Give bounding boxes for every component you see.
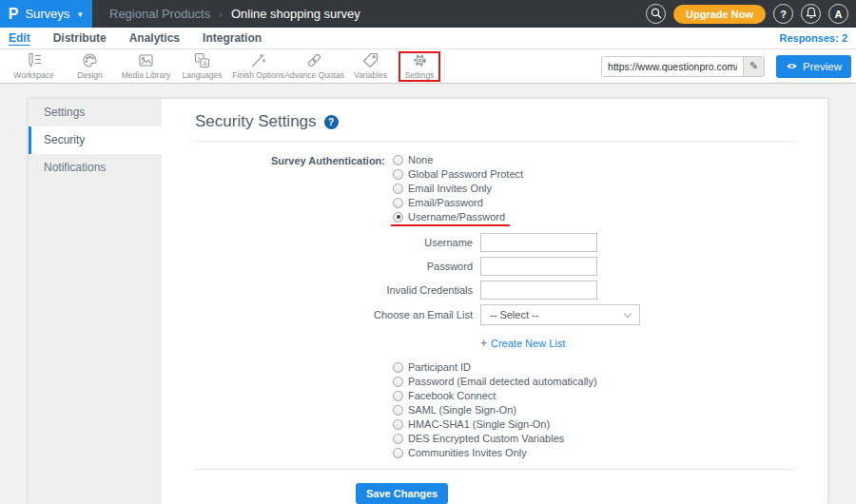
credentials-fields: Username Password Invalid Credentials Ch… [195,233,794,351]
survey-url-group: ✎ [601,56,765,77]
radio-option-email-invites[interactable]: Email Invites Only [393,183,492,194]
toolbar-item-settings[interactable]: Settings [399,51,440,82]
breadcrumb-survey-title: Online shopping survey [231,7,360,21]
tab-analytics[interactable]: Analytics [129,31,180,45]
search-icon [651,8,662,21]
toolbar-item-label: Variables [354,70,387,80]
survey-authentication-label: Survey Authentication: [195,154,385,223]
edit-url-button[interactable]: ✎ [743,56,764,77]
toolbar-item-media-library[interactable]: Media Library [118,50,174,82]
radio-option-none[interactable]: None [393,154,433,165]
radio-selected-icon [393,212,403,223]
radio-icon [393,391,403,401]
responses-count-link[interactable]: Responses: 2 [779,32,847,44]
toolbar-item-design[interactable]: Design [62,50,118,82]
radio-icon [393,419,403,430]
topbar: P Surveys ▼ Regional Products › Online s… [0,0,856,28]
upgrade-now-button[interactable]: Upgrade Now [673,5,766,24]
email-list-select[interactable]: -- Select -- [480,304,640,325]
toolbar-item-label: Advance Quotas [284,70,344,80]
eye-icon [786,61,798,72]
survey-nav: Edit Distribute Analytics Integration Re… [0,28,856,49]
product-menu[interactable]: P Surveys ▼ [0,0,92,28]
sidebar-item-settings[interactable]: Settings [29,99,162,126]
avatar[interactable]: A [828,4,848,24]
invalid-credentials-label: Invalid Credentials [195,284,473,296]
finish-options-icon [250,52,266,68]
help-button[interactable]: ? [773,4,793,24]
radio-icon [393,434,403,444]
toolbar-item-label: Languages [182,70,222,80]
radio-icon [393,198,403,208]
survey-url-input[interactable] [602,57,743,76]
radio-option-facebook-connect[interactable]: Facebook Connect [393,390,496,401]
radio-icon [393,184,403,194]
radio-option-saml[interactable]: SAML (Single Sign-On) [393,404,516,416]
settings-gear-icon [412,52,428,68]
radio-option-communities-invites[interactable]: Communities Invites Only [393,447,527,458]
toolbar-item-workspace[interactable]: Workspace [6,50,62,82]
tab-distribute[interactable]: Distribute [53,31,107,45]
plus-icon: + [480,337,487,350]
toolbar-item-languages[interactable]: xA Languages [174,50,230,82]
radio-option-password-email-detected[interactable]: Password (Email detected automatically) [393,376,597,387]
tab-edit[interactable]: Edit [9,31,30,45]
preview-button[interactable]: Preview [776,55,851,78]
radio-option-email-password[interactable]: Email/Password [393,197,483,208]
security-settings-panel: Security Settings ? Survey Authenticatio… [162,99,827,504]
radio-option-username-password[interactable]: Username/Password [393,211,505,223]
breadcrumb-folder-link[interactable]: Regional Products [109,7,210,21]
sidebar-item-notifications[interactable]: Notifications [29,154,162,182]
help-circle-icon[interactable]: ? [324,115,339,129]
radio-option-participant-id[interactable]: Participant ID [393,361,471,373]
advance-quotas-icon [306,52,322,68]
preview-label: Preview [803,61,842,72]
create-new-list-label: Create New List [491,338,565,349]
chevron-down-icon: ▼ [76,10,84,19]
toolbar-item-variables[interactable]: Variables [342,50,399,82]
username-label: Username [195,237,473,248]
settings-card: Settings Security Notifications Security… [29,99,827,504]
extra-auth-options-group: Participant ID Password (Email detected … [393,361,794,458]
radio-icon [393,405,403,416]
variables-icon [362,52,379,68]
sidebar-item-security[interactable]: Security [29,126,162,154]
breadcrumb-separator: › [219,9,223,20]
password-label: Password [195,261,473,272]
radio-option-hmac-sha1[interactable]: HMAC-SHA1 (Single Sign-On) [393,418,550,430]
toolbar-divider [444,53,445,80]
invalid-credentials-field[interactable] [480,281,597,300]
media-library-icon [138,52,154,68]
password-field[interactable] [480,257,597,276]
breadcrumb: Regional Products › Online shopping surv… [109,7,360,21]
auth-options-group: None Global Password Protect Email Invit… [393,154,523,223]
svg-text:A: A [203,60,207,67]
create-new-list-link[interactable]: + Create New List [480,337,565,350]
workspace-icon [26,52,42,68]
radio-option-global-password[interactable]: Global Password Protect [393,168,523,180]
bell-icon [806,7,817,21]
email-list-label: Choose an Email List [195,309,473,320]
radio-icon [393,155,403,165]
edit-toolbar: Workspace Design Media Library xA Langua… [0,49,856,84]
radio-option-des-encrypted[interactable]: DES Encrypted Custom Variables [393,433,564,444]
page-background: Settings Security Notifications Security… [0,84,856,504]
chevron-down-icon [624,309,632,317]
pencil-icon: ✎ [749,60,758,72]
toolbar-item-advance-quotas[interactable]: Advance Quotas [286,50,342,82]
toolbar-item-label: Finish Options [232,70,283,80]
toolbar-item-label: Workspace [13,70,53,80]
topbar-actions: Upgrade Now ? A [646,4,856,24]
toolbar-item-label: Media Library [122,70,171,80]
radio-icon [393,377,403,387]
questionpro-logo-icon: P [9,6,19,23]
toolbar-item-finish-options[interactable]: Finish Options [230,50,286,82]
save-changes-button[interactable]: Save Changes [356,483,448,504]
tab-integration[interactable]: Integration [203,31,262,45]
title-divider [195,141,794,142]
form-divider [195,469,794,470]
notifications-button[interactable] [801,4,821,24]
username-field[interactable] [480,233,597,252]
search-button[interactable] [646,4,666,24]
page-title: Security Settings [195,112,317,131]
